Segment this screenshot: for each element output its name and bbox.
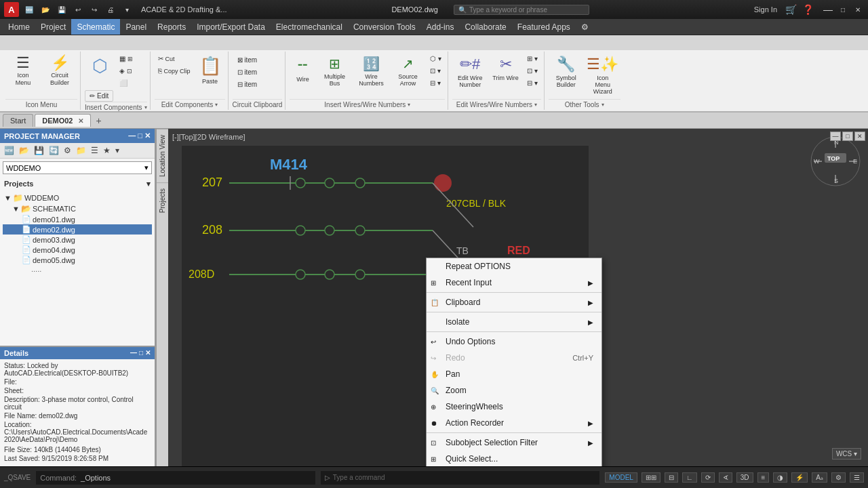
workspace-button[interactable]: ⚙	[831, 472, 846, 483]
sign-in-button[interactable]: Sign In	[754, 5, 777, 14]
tree-demo01[interactable]: 📄 demo01.dwg	[3, 214, 152, 224]
insert-wires-group-label[interactable]: Insert Wires/Wire Numbers ▾	[290, 99, 445, 108]
tree-schematic[interactable]: ▼ 📂 SCHEMATIC	[3, 203, 152, 214]
menu-reports[interactable]: Reports	[152, 19, 191, 35]
circ-clip-s1[interactable]: ⊠ item	[234, 54, 261, 66]
osnap-button[interactable]: ∢	[719, 472, 732, 483]
other-tools-group-label[interactable]: Other Tools ▾	[549, 99, 620, 108]
insert-components-group-label[interactable]: Insert Components ▾	[85, 102, 147, 111]
menu-collaborate[interactable]: Collaborate	[459, 19, 511, 35]
paste-large-btn[interactable]: 📋 Paste	[195, 53, 225, 87]
pm-close-icon[interactable]: ✕	[144, 131, 151, 140]
icon-menu-group-label[interactable]: Icon Menu	[5, 99, 77, 108]
edit-wire-number-button[interactable]: ✏# Edit Wire Number	[452, 53, 488, 91]
insert-comp-s2[interactable]: ◈⊡	[116, 65, 136, 77]
new-button[interactable]: 🆕	[23, 3, 35, 16]
cart-icon[interactable]: 🛒	[785, 4, 797, 15]
circ-clip-s3[interactable]: ⊟ item	[234, 79, 261, 90]
draw-close[interactable]: ✕	[854, 131, 865, 141]
3d-button[interactable]: 3D	[736, 472, 753, 483]
pm-arrow-icon[interactable]: ▾	[114, 145, 121, 156]
paste-button[interactable]	[155, 79, 194, 83]
project-dropdown[interactable]: WDDEMO ▾	[3, 161, 152, 174]
ctx-repeat-options[interactable]: Repeat OPTIONS	[427, 258, 601, 274]
menu-addins[interactable]: Add-ins	[421, 19, 460, 35]
edit-wires-group-label[interactable]: Edit Wires/Wire Numbers ▾	[452, 99, 540, 108]
circ-clip-s2[interactable]: ⊡ item	[234, 66, 261, 78]
tab-start[interactable]: Start	[3, 114, 33, 127]
help-icon[interactable]: ❓	[802, 4, 814, 15]
compass-nav[interactable]: N S E W TOP	[808, 134, 863, 188]
anno-button[interactable]: Aₐ	[812, 472, 827, 483]
edit-wire-extra-2[interactable]: ⊡ ▾	[524, 65, 541, 77]
customize-qat[interactable]: ▾	[121, 3, 133, 16]
details-max[interactable]: □	[139, 349, 143, 357]
menu-gear[interactable]: ⚙	[576, 19, 594, 35]
multiple-bus-button[interactable]: ⊞ Multiple Bus	[317, 53, 352, 89]
save-button[interactable]: 💾	[56, 3, 68, 16]
wire-button[interactable]: ╌ Wire	[290, 53, 315, 85]
minimize-button[interactable]: —	[822, 4, 834, 15]
snap-button[interactable]: ⊟	[665, 472, 678, 483]
close-button[interactable]: ✕	[852, 4, 864, 15]
ortho-button[interactable]: ∟	[682, 472, 697, 483]
tree-demo03[interactable]: 📄 demo03.dwg	[3, 235, 152, 245]
details-min[interactable]: —	[130, 349, 137, 357]
ctx-pan[interactable]: ✋ Pan	[427, 366, 601, 382]
edit-components-group-label[interactable]: Edit Components ▾	[155, 99, 225, 108]
trim-wire-button[interactable]: ✂ Trim Wire	[489, 53, 522, 84]
side-tab-projects[interactable]: Projects	[157, 182, 168, 218]
pm-max-icon[interactable]: □	[138, 131, 142, 140]
copy-clip-button[interactable]: ⎘ Copy Clip	[155, 65, 194, 77]
wire-extra-2[interactable]: ⊡ ▾	[427, 65, 445, 77]
source-arrow-button[interactable]: ↗ Source Arrow	[390, 53, 425, 89]
menu-featured[interactable]: Featured Apps	[512, 19, 576, 35]
ctx-undo-options[interactable]: ↩ Undo Options	[427, 333, 601, 350]
new-tab-button[interactable]: +	[92, 114, 106, 127]
properties-button[interactable]: ⚡	[791, 472, 808, 483]
projects-arrow-icon[interactable]: ▾	[146, 180, 151, 188]
pm-open-icon[interactable]: 📂	[18, 145, 31, 156]
pm-min-icon[interactable]: —	[128, 131, 136, 140]
wire-extra-3[interactable]: ⊟ ▾	[427, 77, 445, 89]
pm-new-icon[interactable]: 🆕	[3, 145, 16, 156]
menu-panel[interactable]: Panel	[120, 19, 152, 35]
menu-import-export[interactable]: Import/Export Data	[191, 19, 271, 35]
undo-button[interactable]: ↩	[72, 3, 84, 16]
pm-refresh-icon[interactable]: 🔄	[47, 145, 60, 156]
ctx-quick-select[interactable]: ⊞ Quick Select...	[427, 451, 601, 466]
icon-menu-button[interactable]: ☰ Icon Menu	[5, 53, 41, 89]
menu-conversion[interactable]: Conversion Tools	[348, 19, 421, 35]
ctx-zoom[interactable]: 🔍 Zoom	[427, 382, 601, 399]
menu-home[interactable]: Home	[3, 19, 35, 35]
drawing-area[interactable]: [-][Top][2D Wireframe] — □ ✕ 207	[168, 129, 868, 466]
draw-max[interactable]: □	[842, 131, 853, 141]
insert-comp-s3[interactable]: ⬜	[116, 77, 136, 89]
side-tab-location[interactable]: Location View	[157, 129, 168, 182]
pm-save-icon[interactable]: 💾	[33, 145, 45, 156]
transparency-button[interactable]: ◑	[773, 472, 787, 483]
menu-electromechanical[interactable]: Electromechanical	[271, 19, 348, 35]
wire-extra-1[interactable]: ⬡ ▾	[427, 53, 445, 64]
maximize-button[interactable]: □	[837, 4, 849, 15]
pm-folder-icon[interactable]: 📁	[75, 145, 87, 156]
model-button[interactable]: MODEL	[605, 472, 637, 483]
app-icon[interactable]: A	[4, 2, 19, 17]
ctx-steering-wheels[interactable]: ⊕ SteeringWheels	[427, 399, 601, 415]
pm-settings-icon[interactable]: ⚙	[62, 145, 73, 156]
tree-wddemo[interactable]: ▼ 📁 WDDEMO	[3, 192, 152, 203]
settings-button[interactable]: ☰	[850, 472, 864, 483]
wire-numbers-button[interactable]: 🔢 Wire Numbers	[353, 53, 389, 89]
symbol-builder-button[interactable]: 🔧 Symbol Builder	[549, 53, 584, 91]
draw-min[interactable]: —	[830, 131, 841, 141]
insert-comp-large-btn[interactable]: ⬡	[85, 53, 115, 79]
edit-wire-extra-3[interactable]: ⊟ ▾	[524, 77, 541, 89]
circuit-builder-button[interactable]: ⚡ Circuit Builder	[42, 53, 77, 89]
ctx-recent-input[interactable]: ⊞ Recent Input ▶	[427, 274, 601, 291]
redo-button[interactable]: ↪	[88, 3, 100, 16]
tab-close-icon[interactable]: ✕	[78, 117, 83, 125]
pm-star-icon[interactable]: ★	[102, 145, 112, 156]
ctx-action-recorder[interactable]: ⏺ Action Recorder ▶	[427, 415, 601, 431]
grid-button[interactable]: ⊞⊞	[642, 472, 660, 483]
open-button[interactable]: 📂	[39, 3, 52, 16]
